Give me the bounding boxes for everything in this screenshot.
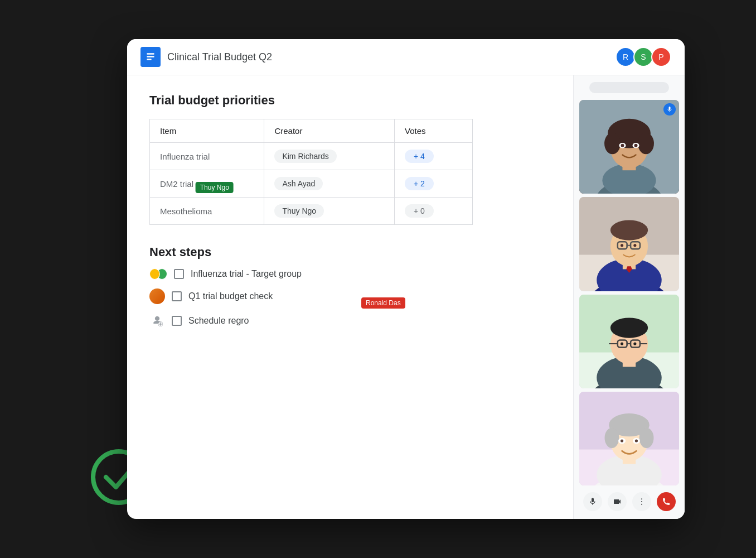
svg-point-60 xyxy=(635,439,638,442)
task-avatar-2 xyxy=(149,288,165,304)
svg-point-56 xyxy=(639,427,654,448)
task-label-3: Schedule regro xyxy=(188,316,249,326)
video-tile-3 xyxy=(579,295,679,388)
avatar-p[interactable]: P xyxy=(651,47,671,67)
col-item: Item xyxy=(150,119,264,143)
camera-button[interactable] xyxy=(608,492,627,511)
svg-point-59 xyxy=(621,439,623,442)
creator-meso: Thuy Ngo xyxy=(264,198,395,225)
main-window: Clinical Trial Budget Q2 R S P Trial bud… xyxy=(127,39,685,519)
task-item-2: Q1 trial budget check xyxy=(149,288,551,304)
svg-rect-4 xyxy=(147,56,154,57)
svg-point-32 xyxy=(621,244,623,247)
task-add-icon xyxy=(149,313,165,329)
svg-point-15 xyxy=(604,133,621,154)
content-area: Trial budget priorities Item Creator Vot… xyxy=(127,75,685,519)
avatar-group: R S P xyxy=(618,47,671,67)
section-priorities: Trial budget priorities Item Creator Vot… xyxy=(149,93,551,225)
svg-point-63 xyxy=(641,504,642,505)
cursor-tooltip-ronald: Ronald Das xyxy=(361,297,405,309)
section-title-priorities: Trial budget priorities xyxy=(149,93,551,108)
votes-influenza[interactable]: + 4 xyxy=(394,143,472,170)
creator-influenza: Kim Richards xyxy=(264,143,395,170)
task-label-1: Influenza trial - Target group xyxy=(191,269,302,279)
svg-point-62 xyxy=(641,501,642,502)
video-panel xyxy=(573,75,685,519)
task-checkbox-2[interactable] xyxy=(172,291,182,301)
task-checkbox-3[interactable] xyxy=(172,316,182,326)
svg-point-55 xyxy=(604,427,619,448)
section-title-next-steps: Next steps xyxy=(149,245,551,259)
task-list: Influenza trial - Target group Q1 trial … xyxy=(149,268,551,329)
document-icon xyxy=(140,47,161,67)
task-item-3: Schedule regro Ronald Das xyxy=(149,313,551,329)
votes-dm2[interactable]: + 2 xyxy=(394,170,472,198)
table-row: Thuy Ngo Mesothelioma Thuy Ngo + 0 xyxy=(150,198,473,225)
video-tile-4 xyxy=(579,392,679,485)
mic-active-indicator xyxy=(663,103,676,116)
document-title: Clinical Trial Budget Q2 xyxy=(167,51,618,63)
col-votes: Votes xyxy=(394,119,472,143)
video-tile-1 xyxy=(579,100,679,194)
item-influenza: Influenza trial xyxy=(150,143,264,170)
section-next-steps: Next steps Influenza trial - Target grou… xyxy=(149,245,551,329)
votes-meso[interactable]: + 0 xyxy=(394,198,472,225)
svg-point-47 xyxy=(633,342,636,345)
mic-button[interactable] xyxy=(583,492,602,511)
video-controls xyxy=(579,489,679,512)
svg-point-16 xyxy=(638,133,654,154)
document-area: Trial budget priorities Item Creator Vot… xyxy=(127,75,573,519)
table-row: Influenza trial Kim Richards + 4 xyxy=(150,143,473,170)
priorities-table: Item Creator Votes Influenza trial Kim R… xyxy=(149,119,473,225)
svg-point-20 xyxy=(634,144,638,147)
svg-point-61 xyxy=(641,498,642,499)
svg-point-40 xyxy=(610,318,648,338)
svg-point-19 xyxy=(621,144,624,147)
svg-point-46 xyxy=(621,342,623,345)
task-label-2: Q1 trial budget check xyxy=(188,291,273,301)
header: Clinical Trial Budget Q2 R S P xyxy=(127,39,685,75)
svg-rect-5 xyxy=(147,59,151,60)
task-checkbox-1[interactable] xyxy=(174,269,184,279)
task-avatar-multi xyxy=(149,268,167,280)
item-meso: Thuy Ngo Mesothelioma xyxy=(150,198,264,225)
svg-point-28 xyxy=(610,220,648,240)
task-item-1: Influenza trial - Target group xyxy=(149,268,551,280)
video-status-bar xyxy=(589,82,669,93)
end-call-button[interactable] xyxy=(657,492,676,511)
creator-dm2: Ash Ayad xyxy=(264,170,395,198)
avatar-r[interactable]: R xyxy=(616,47,636,67)
avatar-s[interactable]: S xyxy=(633,47,653,67)
more-options-button[interactable] xyxy=(632,492,651,511)
svg-rect-3 xyxy=(147,53,154,55)
video-tile-2 xyxy=(579,197,679,291)
cursor-tooltip-thuy: Thuy Ngo xyxy=(196,182,234,193)
svg-point-33 xyxy=(633,244,636,247)
col-creator: Creator xyxy=(264,119,395,143)
